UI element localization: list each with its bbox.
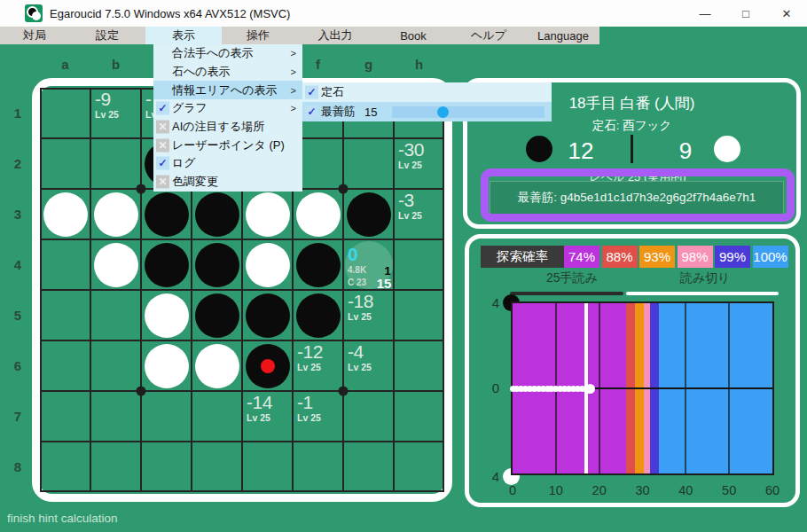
check-icon: ✓ <box>305 86 318 99</box>
menu-item-label: 石への表示 <box>172 64 231 80</box>
column-label-b: b <box>90 57 141 72</box>
board-star-dot <box>339 387 349 396</box>
view-menu-item-3[interactable]: 情報エリアへの表示> <box>153 81 302 99</box>
menubar-item-6[interactable]: Book <box>376 27 451 44</box>
view-menu-item-2[interactable]: 石への表示> <box>153 63 302 82</box>
current-position-dot <box>585 384 595 394</box>
x-tick-60: 60 <box>759 483 786 497</box>
legend-item-88%: 88% <box>602 246 638 268</box>
last-move-marker <box>261 359 275 373</box>
menubar-item-8[interactable]: Language <box>527 27 599 44</box>
maximize-button[interactable]: □ <box>725 0 766 27</box>
menubar-item-4[interactable]: 操作 <box>222 27 294 44</box>
status-text: finish hint calculation <box>7 512 118 525</box>
score-divider <box>631 135 633 163</box>
menubar-item-1[interactable]: 対局 <box>0 27 69 44</box>
menu-item-label: 定石 <box>321 84 344 100</box>
row-label-5: 5 <box>7 308 28 323</box>
white-score-disc <box>714 136 740 162</box>
menu-item-label: 合法手への表示 <box>172 45 254 61</box>
hint-level: Lv 25 <box>348 312 373 322</box>
hint-g5[interactable]: -18Lv 25 <box>348 292 373 322</box>
view-menu-item-1[interactable]: 合法手への表示> <box>153 44 302 63</box>
white-score: 9 <box>663 137 708 165</box>
menu-item-label: ログ <box>172 155 196 171</box>
hint-h2[interactable]: -30Lv 25 <box>398 140 424 170</box>
slider-knob[interactable] <box>437 106 449 118</box>
titlebar[interactable]: Egaroucid 7.5.0 Windows x64 AVX512 (MSVC… <box>0 0 807 27</box>
legend-item-74%: 74% <box>564 246 599 268</box>
close-button[interactable]: ✕ <box>766 0 807 27</box>
hint-level: Lv 25 <box>297 363 323 372</box>
black-disc-g3 <box>347 192 391 237</box>
menu-item-label: 最善筋 <box>321 104 356 120</box>
menu-item-label: AIの注目する場所 <box>172 119 264 135</box>
black-disc-f5 <box>296 293 341 338</box>
view-menu-item-8[interactable]: ✕色調変更 <box>153 173 302 192</box>
submenu-arrow-icon: > <box>291 48 296 59</box>
menubar-item-5[interactable]: 入出力 <box>294 27 376 44</box>
hint-f6[interactable]: -12Lv 25 <box>297 342 323 372</box>
white-disc-e4 <box>246 243 290 287</box>
black-score-disc <box>526 136 552 162</box>
x-tick-40: 40 <box>672 483 699 497</box>
info-area-submenu-item-1[interactable]: ✓定石 <box>302 82 552 102</box>
row-label-1: 1 <box>7 106 28 121</box>
hint-value: -4 <box>348 342 372 361</box>
hint-level: Lv 25 <box>398 211 422 221</box>
best-move-cell-g4[interactable]: 04.8KC 23115 <box>343 239 394 290</box>
black-disc-e5 <box>246 293 290 338</box>
info-area-submenu-item-2[interactable]: ✓最善筋15 <box>302 102 552 121</box>
legend-item-100%: 100% <box>753 246 788 268</box>
cross-icon: ✕ <box>156 176 169 189</box>
white-disc-a3 <box>43 192 88 237</box>
check-icon: ✓ <box>156 102 169 115</box>
minimize-button[interactable]: — <box>685 0 725 27</box>
phase-left-label: 25手読み <box>501 270 643 286</box>
y-label-bottom: 4 <box>474 469 499 484</box>
hint-value: -18 <box>348 292 373 310</box>
check-icon: ✓ <box>156 157 169 170</box>
view-menu-item-6[interactable]: ✕レーザーポインタ (P) <box>153 136 302 154</box>
graph-legend-title: 探索確率 <box>481 246 564 268</box>
hint-h3[interactable]: -3Lv 25 <box>398 191 422 221</box>
menubar-item-7[interactable]: ヘルプ <box>451 27 527 44</box>
hint-level: Lv 25 <box>348 363 372 372</box>
evaluation-plot[interactable] <box>511 301 774 475</box>
x-tick-0: 0 <box>499 483 526 497</box>
board-star-dot <box>339 184 349 194</box>
logo-white-disc <box>32 12 41 20</box>
menubar-item-3[interactable]: 表示 <box>145 27 222 44</box>
hint-b1[interactable]: -9Lv 25 <box>95 90 119 120</box>
hint-f7[interactable]: -1Lv 25 <box>297 393 321 423</box>
window-controls: —□✕ <box>685 0 807 27</box>
phase-line-endgame <box>626 292 779 295</box>
best-line-length-slider-track[interactable] <box>392 106 545 118</box>
hint-g6[interactable]: -4Lv 25 <box>348 342 372 372</box>
submenu-arrow-icon: > <box>291 103 296 113</box>
check-icon: ✓ <box>305 106 318 119</box>
view-menu-item-5[interactable]: ✕AIの注目する場所 <box>153 118 302 137</box>
board-star-dot <box>137 184 146 194</box>
menu-item-label: 色調変更 <box>172 174 218 190</box>
menubar-item-2[interactable]: 設定 <box>69 27 145 44</box>
view-menu-item-7[interactable]: ✓ログ <box>153 154 302 173</box>
black-disc-d3 <box>195 192 239 237</box>
x-tick-30: 30 <box>630 483 656 497</box>
phase-line-midgame <box>510 292 623 295</box>
best-line-length: 15 <box>375 276 393 291</box>
black-score: 12 <box>559 137 603 165</box>
view-menu-item-4[interactable]: ✓グラフ> <box>153 99 302 118</box>
white-disc-c6 <box>145 344 189 388</box>
window-title: Egaroucid 7.5.0 Windows x64 AVX512 (MSVC… <box>50 7 290 20</box>
row-label-2: 2 <box>7 156 28 171</box>
hint-e7[interactable]: -14Lv 25 <box>247 393 272 423</box>
best-move-value: 0 <box>348 244 358 265</box>
row-label-3: 3 <box>7 207 28 222</box>
x-tick-10: 10 <box>543 483 569 497</box>
cross-icon: ✕ <box>156 121 169 134</box>
legend-item-98%: 98% <box>678 246 713 268</box>
x-tick-50: 50 <box>716 483 742 497</box>
phase-right-label: 読み切り <box>634 270 776 286</box>
hint-value: -14 <box>247 393 272 411</box>
